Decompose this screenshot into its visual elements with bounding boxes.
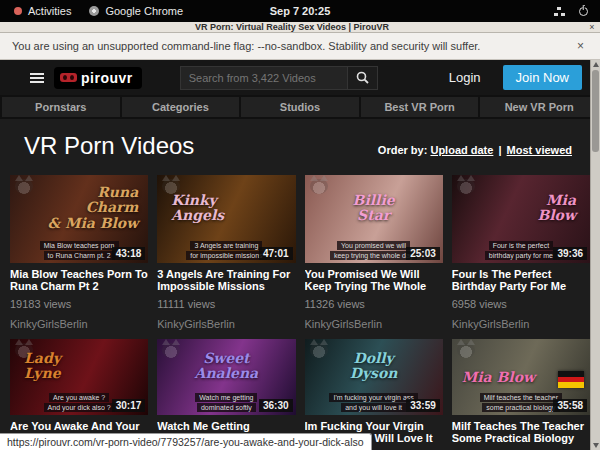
duration-badge: 33:59 <box>406 399 440 412</box>
video-views: 11111 views <box>157 298 295 310</box>
video-thumbnail[interactable]: Dolly Dyson I'm fucking your virgin assa… <box>305 339 443 415</box>
video-card[interactable]: Kinky Angels 3 Angels are trainingfor im… <box>157 175 295 332</box>
menu-icon[interactable] <box>30 73 44 83</box>
login-link[interactable]: Login <box>449 70 481 85</box>
scroll-down-arrow-icon[interactable] <box>593 443 599 448</box>
system-top-bar: Activities Google Chrome Sep 7 20:25 <box>0 0 600 22</box>
join-now-button[interactable]: Join Now <box>503 65 582 90</box>
thumbnail-overlay-name: Dolly Dyson <box>305 339 443 393</box>
video-channel-link[interactable]: KinkyGirlsBerlin <box>10 318 148 332</box>
video-thumbnail[interactable]: Mia Blow Milf teaches the teachersome pr… <box>452 339 590 415</box>
order-most-viewed-link[interactable]: Most viewed <box>507 144 572 156</box>
video-card[interactable]: Mia Blow Milf teaches the teachersome pr… <box>452 339 590 450</box>
tab-close-icon[interactable]: × <box>584 22 600 32</box>
video-channel-link[interactable]: KinkyGirlsBerlin <box>452 318 590 332</box>
browser-tab-bar: VR Porn: Virtual Reality Sex Videos | Pi… <box>0 22 600 33</box>
thumbnail-overlay-name: Sweet Analena <box>157 339 295 393</box>
site-logo[interactable]: pirouvr <box>54 67 142 89</box>
search-button[interactable] <box>348 66 378 90</box>
video-thumbnail[interactable]: Runa Charm & Mia Blow Mia Blow teaches p… <box>10 175 148 263</box>
nav-item-categories[interactable]: Categories <box>122 97 240 117</box>
main-nav: Pornstars Categories Studios Best VR Por… <box>0 95 600 119</box>
video-channel-link[interactable]: KinkyGirlsBerlin <box>157 318 295 332</box>
page-viewport: pirouvr Login Join Now Pornstars Categor… <box>0 60 600 450</box>
thumbnail-overlay-name: Lady Lyne <box>10 339 148 393</box>
video-channel-link[interactable]: KinkyGirlsBerlin <box>305 318 443 332</box>
video-title-link[interactable]: Four Is The Perfect Birthday Party For M… <box>452 268 590 292</box>
video-thumbnail[interactable]: Mia Blow Four is the perfectbirthday par… <box>452 175 590 263</box>
video-card[interactable]: Runa Charm & Mia Blow Mia Blow teaches p… <box>10 175 148 332</box>
nav-item-best-vr-porn[interactable]: Best VR Porn <box>361 97 479 117</box>
video-card[interactable]: Mia Blow Four is the perfectbirthday par… <box>452 175 590 332</box>
site-header: pirouvr Login Join Now <box>0 60 600 95</box>
order-by-label: Order by: <box>378 144 428 156</box>
nav-item-studios[interactable]: Studios <box>241 97 359 117</box>
video-grid-row-1: Runa Charm & Mia Blow Mia Blow teaches p… <box>10 175 590 332</box>
duration-badge: 30:17 <box>112 399 146 412</box>
video-title-link[interactable]: Mia Blow Teaches Porn To Runa Charm Pt 2 <box>10 268 148 292</box>
video-views: 6958 views <box>452 298 590 310</box>
video-title-link[interactable]: Milf Teaches The Teacher Some Practical … <box>452 420 590 444</box>
video-thumbnail[interactable]: Sweet Analena Watch me gettingdominated … <box>157 339 295 415</box>
logo-text: pirouvr <box>81 70 133 86</box>
duration-badge: 39:36 <box>553 247 587 260</box>
order-upload-date-link[interactable]: Upload date <box>430 144 493 156</box>
link-status-bubble: https://pirouvr.com/vr-porn-video/779325… <box>0 433 372 450</box>
video-thumbnail[interactable]: Billie Star You promised we willkeep try… <box>305 175 443 263</box>
tab-title[interactable]: VR Porn: Virtual Reality Sex Videos | Pi… <box>0 22 584 33</box>
status-url: https://pirouvr.com/vr-porn-video/779325… <box>7 436 364 448</box>
nav-item-pornstars[interactable]: Pornstars <box>2 97 120 117</box>
thumbnail-overlay-name: Kinky Angels <box>157 175 295 241</box>
network-icon[interactable] <box>554 7 565 16</box>
video-views: 19183 views <box>10 298 148 310</box>
thumbnail-overlay-name: Mia Blow <box>452 339 590 393</box>
video-card[interactable]: Billie Star You promised we willkeep try… <box>305 175 443 332</box>
infobar-message: You are using an unsupported command-lin… <box>12 40 480 52</box>
nav-item-new-vr-porn[interactable]: New VR Porn <box>480 97 598 117</box>
order-by-controls: Order by: Upload date | Most viewed <box>378 144 572 160</box>
clock[interactable]: Sep 7 20:25 <box>0 5 600 17</box>
video-thumbnail[interactable]: Lady Lyne Are you awake ?And your dick a… <box>10 339 148 415</box>
thumbnail-overlay-name: Mia Blow <box>452 175 590 241</box>
video-title-link[interactable]: You Promised We Will Keep Trying The Who… <box>305 268 443 292</box>
thumbnail-overlay-name: Runa Charm & Mia Blow <box>10 175 148 241</box>
screen: Activities Google Chrome Sep 7 20:25 VR … <box>0 0 600 450</box>
infobar-close-icon[interactable]: × <box>573 39 588 53</box>
scroll-up-arrow-icon[interactable] <box>593 62 599 67</box>
scrollbar-thumb[interactable] <box>592 70 599 152</box>
power-icon[interactable] <box>579 7 588 16</box>
chrome-infobar: You are using an unsupported command-lin… <box>0 33 600 60</box>
duration-badge: 25:03 <box>406 247 440 260</box>
video-title-link[interactable]: 3 Angels Are Training For Impossible Mis… <box>157 268 295 292</box>
duration-badge: 47:01 <box>259 247 293 260</box>
content-area: VR Porn Videos Order by: Upload date | M… <box>0 132 600 450</box>
search-input[interactable] <box>180 66 348 90</box>
duration-badge: 35:58 <box>553 399 587 412</box>
duration-badge: 36:30 <box>259 399 293 412</box>
search-icon <box>356 71 369 84</box>
video-thumbnail[interactable]: Kinky Angels 3 Angels are trainingfor im… <box>157 175 295 263</box>
thumbnail-overlay-name: Billie Star <box>305 175 443 241</box>
duration-badge: 43:18 <box>112 247 146 260</box>
page-title: VR Porn Videos <box>24 132 194 160</box>
scrollbar[interactable] <box>590 60 600 450</box>
vr-goggles-icon <box>60 73 77 82</box>
video-views: 11326 views <box>305 298 443 310</box>
